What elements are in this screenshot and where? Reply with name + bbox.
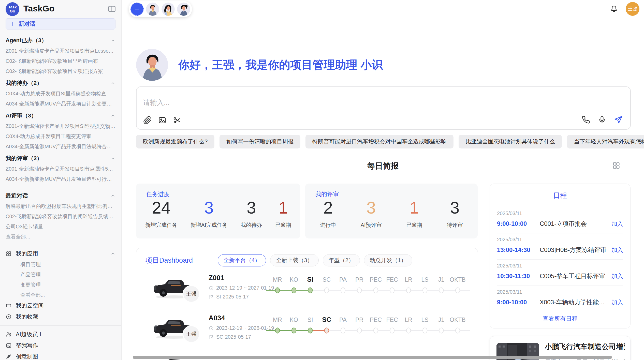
sidebar-tool-quill[interactable]: 创意制图 <box>6 351 116 360</box>
section-title: Agent已办（3） <box>6 37 47 44</box>
stat-card-title: 我的评审 <box>315 190 339 198</box>
stat-label: 待评审 <box>447 221 463 229</box>
recent-chat-item[interactable]: 解释最新出台的欧盟报废车法规再生塑料比例被调至15%... <box>6 201 116 211</box>
recent-chat-item[interactable]: C02-飞腾新能源轻客改款项目的闭环通告反馈情况 <box>6 211 116 221</box>
schedule-event: 2025/03/119:00-10:00C001-立项审批会加入 <box>497 207 623 233</box>
sidebar-section-header[interactable]: Agent已办（3） <box>6 35 116 46</box>
microphone-icon[interactable] <box>598 115 606 124</box>
event-join-link[interactable]: 加入 <box>611 246 623 254</box>
app-sub-item[interactable]: 变更管理 <box>6 280 116 290</box>
new-chat-label: 新对话 <box>19 20 35 28</box>
stat: 3AI预评审 <box>361 199 382 229</box>
event-join-link[interactable]: 加入 <box>611 272 623 280</box>
stat-value: 3 <box>241 199 262 216</box>
sidebar-item-star-circle[interactable]: 我的收藏 <box>6 311 116 322</box>
add-member-button[interactable] <box>130 3 144 16</box>
sidebar-section-header[interactable]: AI评审（3） <box>6 110 116 121</box>
clock-icon <box>209 326 214 331</box>
voice-call-icon[interactable] <box>582 115 591 124</box>
suggestion-chip[interactable]: 如何写一份清晰的项目周报 <box>219 135 300 148</box>
team-pill <box>129 1 192 17</box>
dashboard-filter-pill[interactable]: 全新上装（3） <box>270 254 318 266</box>
svg-text:PEC: PEC <box>370 317 382 323</box>
event-join-link[interactable]: 加入 <box>611 220 623 228</box>
chevron-up-icon[interactable] <box>110 251 116 257</box>
apps-view-all-link[interactable]: 查看全部... <box>6 290 116 300</box>
suggestion-chip[interactable]: 特朗普可能对进口汽车增税会对中国车企造成哪些影响 <box>305 135 453 148</box>
project-owner-avatar: 王强 <box>183 285 200 303</box>
sidebar-task-item[interactable]: A034-全新新能源MUV产品开发项目计划变更表编写 <box>6 99 116 109</box>
clock-icon <box>209 286 214 291</box>
recent-view-all-link[interactable]: 查看全部... <box>6 232 116 242</box>
chevron-up-icon[interactable] <box>110 80 116 86</box>
attach-image-icon[interactable] <box>158 116 167 125</box>
event-date: 2025/03/11 <box>497 211 623 216</box>
dashboard-filter-pill[interactable]: 动总开发（1） <box>364 254 412 266</box>
row-label: AI超级员工 <box>16 331 43 338</box>
divider <box>0 245 121 245</box>
chevron-up-icon[interactable] <box>110 38 116 43</box>
sidebar-task-item[interactable]: C02-飞腾新能源轻客改款项目里程碑画布 <box>6 56 116 66</box>
notifications-bell-icon[interactable] <box>610 5 618 13</box>
recent-chats-header[interactable]: 最近对话 <box>6 190 116 201</box>
recent-chat-item[interactable]: 公司Q3轻卡销量 <box>6 221 116 232</box>
section-title: 最近对话 <box>6 192 28 200</box>
dashboard-filter-pill[interactable]: 年型（2） <box>323 254 360 266</box>
grid-icon <box>6 251 12 257</box>
sidebar-tool-write[interactable]: 帮我写作 <box>6 340 116 351</box>
attach-file-icon[interactable] <box>143 116 152 125</box>
chevron-up-icon[interactable] <box>110 156 116 161</box>
composer[interactable]: 请输入... <box>136 86 631 130</box>
sidebar-item-drive[interactable]: 我的云空间 <box>6 300 116 311</box>
sidebar-task-item[interactable]: C0X4-动力总成开发项目工程变更评审 <box>6 131 116 141</box>
layout-grid-icon[interactable] <box>612 161 621 170</box>
sidebar-task-item[interactable]: Z001-全新燃油轻卡产品开发项目SI节点属性5D文件评审 <box>6 164 116 174</box>
member-avatar-2[interactable] <box>162 3 175 16</box>
schedule-list: 2025/03/119:00-10:00C001-立项审批会加入2025/03/… <box>497 207 623 312</box>
sidebar-task-item[interactable]: A034-全新新能源MUV产品开发项目法规符合性评审 <box>6 141 116 152</box>
dashboard-filter-pill[interactable]: 全新平台（4） <box>218 254 266 266</box>
hero: 你好，王强，我是你的项目管理助理 小识 <box>136 49 383 81</box>
app-sub-item[interactable]: 项目管理 <box>6 259 116 269</box>
svg-text:PA: PA <box>339 276 347 283</box>
schedule-view-all-link[interactable]: 查看所有日程 <box>490 315 630 323</box>
flag-icon <box>209 294 214 299</box>
sidebar-item-my-apps[interactable]: 我的应用 <box>6 248 116 259</box>
milestone-timeline: MRKOSISCPAPRPECFECLRLSJ1OKTB <box>265 314 471 340</box>
horizontal-scrollbar[interactable] <box>133 356 612 359</box>
sidebar-section-header[interactable]: 我的评审（2） <box>6 153 116 164</box>
schedule-card: 日程 2025/03/119:00-10:00C001-立项审批会加入2025/… <box>490 184 631 328</box>
new-chat-button[interactable]: 新对话 <box>6 18 115 29</box>
project-row[interactable]: 王强Z0012023-12-19 ~ 2027-01-19SI-2025-05-… <box>145 274 469 312</box>
row-label: 创意制图 <box>16 353 38 360</box>
project-row[interactable]: 王强A0342023-12-19 ~ 2026-01-19SC-2025-05-… <box>145 314 469 352</box>
svg-text:LR: LR <box>405 276 412 283</box>
suggestion-chip[interactable]: 比亚迪全固态电池计划具体说了什么 <box>459 135 562 148</box>
assistant-avatar <box>136 49 168 81</box>
chevron-up-icon[interactable] <box>110 193 116 199</box>
send-icon[interactable] <box>613 115 623 125</box>
schedule-event: 2025/03/1113:00-14:30C003|H0B-方案冻结评审加入 <box>497 233 623 260</box>
sidebar-task-item[interactable]: C0X4-动力总成开发项目SI里程碑提交物检查 <box>6 88 116 99</box>
app-sub-item[interactable]: 产品管理 <box>6 269 116 280</box>
sidebar-collapse-icon[interactable] <box>108 5 116 13</box>
sidebar-task-item[interactable]: Z001-全新燃油皮卡产品开发项目SI节点Lesson Learn报告 <box>6 46 116 56</box>
sidebar-section-header[interactable]: 我的待办（2） <box>6 78 116 88</box>
event-date: 2025/03/11 <box>497 263 623 269</box>
chevron-up-icon[interactable] <box>110 113 116 118</box>
member-avatar-3[interactable] <box>177 3 190 16</box>
member-avatar-1[interactable] <box>146 3 159 16</box>
project-name: A034 <box>209 314 274 322</box>
suggestion-chip[interactable]: 欧洲新规最近颁布了什么? <box>136 135 214 148</box>
user-avatar[interactable]: 王强 <box>626 2 639 16</box>
snip-scissors-icon[interactable] <box>173 116 181 125</box>
suggestion-chip[interactable]: 当下年轻人对汽车外观有怎样的喜好趋势 <box>567 135 644 148</box>
event-time: 13:00-14:30 <box>497 246 540 253</box>
sidebar-tool-users[interactable]: AI超级员工 <box>6 329 116 340</box>
sidebar-task-item[interactable]: A034-全新新能源MUV产品开发项目造型可行性评审 <box>6 174 116 184</box>
sidebar-task-item[interactable]: Z001-全新燃油轻卡产品开发项目SI造型提交物评审 <box>6 121 116 131</box>
sidebar-task-item[interactable]: C02-飞腾新能源轻客改款项目立项汇报方案 <box>6 66 116 76</box>
stat-label: 新增AI完成任务 <box>191 221 228 229</box>
stat: 3待评审 <box>447 199 463 229</box>
event-join-link[interactable]: 加入 <box>611 298 623 306</box>
